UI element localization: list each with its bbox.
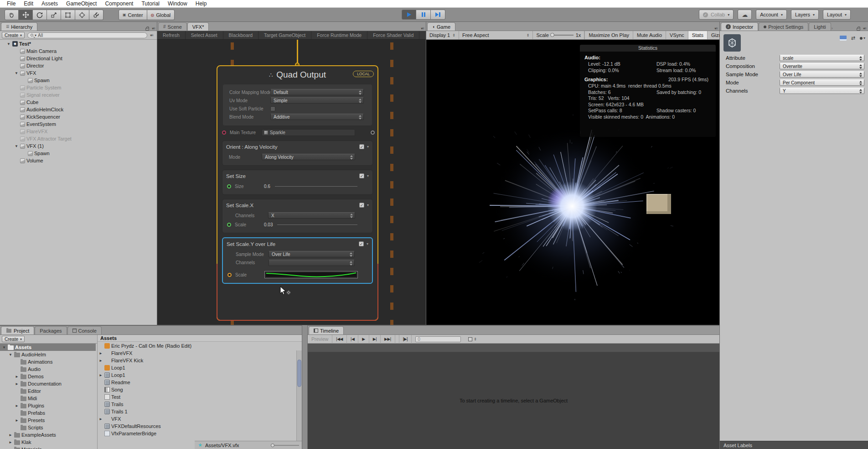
set-size-block[interactable]: Set Size ✓ ▾ Size 0.6: [222, 170, 373, 195]
asset-list-item[interactable]: VfxParameterBridge: [98, 430, 296, 437]
tab-inspector[interactable]: i Inspector: [721, 22, 758, 31]
asset-list-item[interactable]: Loop1: [98, 364, 296, 371]
asset-list-header[interactable]: Assets: [98, 335, 302, 342]
foldout-icon[interactable]: ►: [15, 418, 19, 423]
main-texture-field[interactable]: Sparkle: [262, 129, 355, 136]
frame-field[interactable]: 0: [415, 336, 461, 342]
vfx-toolbar-button[interactable]: Force Shader Valid: [367, 31, 419, 39]
uv-mode-dropdown[interactable]: Simple: [270, 97, 364, 104]
collab-dropdown[interactable]: ✓ Collab▾: [699, 10, 734, 20]
menu-item[interactable]: Window: [164, 0, 191, 7]
game-toolbar-toggle[interactable]: Maximize On Play: [584, 31, 633, 39]
foldout-icon[interactable]: ►: [15, 375, 19, 379]
asset-list-item[interactable]: Test: [98, 393, 296, 401]
field-dropdown[interactable]: Overwrite: [780, 63, 864, 69]
asset-list-item[interactable]: ► VFX: [98, 415, 296, 423]
tab-project[interactable]: Project: [1, 326, 34, 334]
folder-tree-item[interactable]: ► ExampleAssets: [0, 431, 96, 439]
chevron-down-icon[interactable]: ▾: [367, 203, 369, 207]
play-range-toggle[interactable]: [▶]: [399, 335, 412, 344]
transport-button[interactable]: ▶: [358, 335, 369, 344]
search-menu-icon[interactable]: ▾≡: [150, 33, 155, 37]
vfx-graph-canvas[interactable]: ∴ Quad Output LOCAL Color Mapping Mode D…: [157, 40, 426, 325]
hierarchy-item[interactable]: VFX Attractor Target: [0, 135, 157, 142]
docs-icon[interactable]: [840, 36, 847, 41]
menu-item[interactable]: Assets: [37, 0, 62, 7]
menu-item[interactable]: File: [3, 0, 20, 7]
presets-icon[interactable]: ⇄: [851, 35, 855, 41]
custom-tool-button[interactable]: [89, 10, 103, 20]
texture-out-port[interactable]: [371, 131, 375, 135]
folder-tree-item[interactable]: ▼ Assets: [0, 344, 96, 351]
panel-menu-icon[interactable]: ▾≡: [152, 26, 155, 31]
block-enabled-checkbox[interactable]: ✓: [359, 173, 364, 178]
field-dropdown[interactable]: scale: [780, 55, 864, 61]
layers-dropdown[interactable]: Layers▾: [791, 10, 819, 20]
tab-console[interactable]: Console: [67, 326, 102, 334]
foldout-icon[interactable]: ►: [98, 373, 103, 377]
transport-button[interactable]: |◀◀: [332, 335, 347, 344]
blend-mode-dropdown[interactable]: Additive: [270, 114, 364, 120]
orient-mode-dropdown[interactable]: Along Velocity: [262, 154, 355, 160]
scene-row[interactable]: ▼ ◆ Test*: [0, 40, 157, 47]
asset-list-item[interactable]: Trails: [98, 401, 296, 408]
panel-menu-icon[interactable]: ▾≡: [863, 26, 866, 31]
menu-item[interactable]: Edit: [20, 0, 37, 7]
hierarchy-item[interactable]: KickSequencer: [0, 113, 157, 120]
step-button[interactable]: [431, 10, 445, 20]
size-field[interactable]: 0.6: [264, 184, 357, 189]
foldout-icon[interactable]: ▼: [14, 144, 19, 148]
game-viewport[interactable]: Statistics Audio: Level: -12.1 dBDSP loa…: [426, 40, 719, 325]
gear-icon[interactable]: [860, 37, 863, 40]
hierarchy-item[interactable]: Directional Light: [0, 55, 157, 62]
pause-button[interactable]: [416, 10, 431, 20]
game-toolbar-toggle[interactable]: VSync: [666, 31, 688, 39]
transform-combined-tool-button[interactable]: [75, 10, 89, 20]
menu-item[interactable]: Component: [101, 0, 137, 7]
foldout-icon[interactable]: ▼: [14, 71, 19, 75]
preview-toggle[interactable]: Preview: [308, 335, 332, 344]
channels-dropdown[interactable]: [269, 260, 355, 266]
hierarchy-item[interactable]: Spawn: [0, 77, 157, 84]
tab-timeline[interactable]: Timeline: [309, 326, 344, 334]
asset-list-item[interactable]: Trails 1: [98, 408, 296, 415]
hierarchy-item[interactable]: ▼ VFX (1): [0, 142, 157, 150]
set-scale-y-over-life-block[interactable]: Set Scale.Y over Life ✓ ▾ Sample Mode Ov…: [222, 237, 373, 284]
aspect-dropdown[interactable]: Free Aspect⇕: [459, 31, 533, 39]
hierarchy-item[interactable]: EventSystem: [0, 120, 157, 128]
menu-item[interactable]: GameObject: [62, 0, 101, 7]
transport-button[interactable]: ▶▶|: [381, 335, 395, 344]
transport-button[interactable]: ▶|: [369, 335, 381, 344]
thumbnail-size-slider[interactable]: [271, 444, 299, 447]
foldout-icon[interactable]: ►: [98, 359, 103, 363]
hierarchy-item[interactable]: FlareVFX: [0, 128, 157, 135]
chevron-down-icon[interactable]: ▾: [367, 174, 369, 178]
panel-menu-icon[interactable]: ▾≡: [714, 26, 719, 31]
asset-list-item[interactable]: Song: [98, 386, 296, 393]
tab-hierarchy[interactable]: ☰ Hierarchy: [1, 22, 37, 31]
chevron-down-icon[interactable]: ▾: [367, 242, 368, 246]
color-mapping-dropdown[interactable]: Default: [270, 89, 364, 95]
sample-mode-dropdown[interactable]: Over Life: [269, 251, 355, 257]
tab-scene[interactable]: # Scene: [158, 22, 187, 31]
vfx-toolbar-button[interactable]: Target GameObject: [258, 31, 311, 39]
asset-list-item[interactable]: Readme: [98, 379, 296, 386]
hierarchy-search-input[interactable]: ▾ All: [27, 32, 147, 38]
game-toolbar-toggle[interactable]: Mute Audio: [633, 31, 666, 39]
tab-overflow-icon[interactable]: ›: [832, 26, 833, 31]
asset-list-item[interactable]: ► FlareVFX Kick: [98, 357, 296, 364]
play-button[interactable]: [402, 10, 416, 20]
capture-options[interactable]: ⇕: [468, 337, 477, 341]
field-dropdown[interactable]: Per Component: [780, 79, 864, 86]
vfx-toolbar-button[interactable]: Blackboard: [223, 31, 259, 39]
foldout-icon[interactable]: ►: [98, 417, 103, 421]
scale-port[interactable]: [227, 223, 231, 227]
hierarchy-item[interactable]: Spawn: [0, 150, 157, 157]
size-port[interactable]: [227, 184, 231, 188]
asset-list-item[interactable]: Eric Prydz - Call On Me (Radio Edit): [98, 342, 296, 350]
foldout-icon[interactable]: ►: [15, 382, 19, 386]
folder-tree-item[interactable]: Prefabs: [0, 409, 96, 417]
chevron-down-icon[interactable]: ▾: [367, 145, 369, 149]
quad-output-node[interactable]: ∴ Quad Output LOCAL Color Mapping Mode D…: [217, 65, 378, 321]
block-enabled-checkbox[interactable]: ✓: [359, 241, 364, 246]
